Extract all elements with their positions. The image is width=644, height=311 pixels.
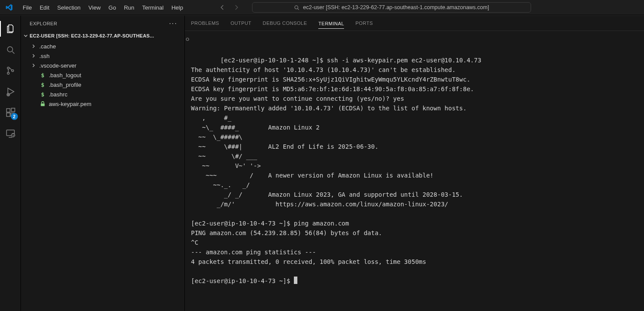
nav-arrows [219,4,240,11]
svg-point-1 [7,47,13,52]
svg-point-3 [7,72,9,75]
shell-file-icon: $ [39,82,46,88]
tab-debug-console[interactable]: DEBUG CONSOLE [263,18,307,28]
tab-ports[interactable]: PORTS [355,18,373,28]
sidebar-title: EXPLORER [30,21,57,26]
activity-source-control[interactable] [0,60,21,81]
svg-rect-6 [7,109,10,112]
svg-point-2 [7,67,9,69]
nav-forward-icon[interactable] [233,4,240,11]
tree-item-label: .cache [39,43,56,50]
activity-run-debug[interactable] [0,81,21,102]
menu-view[interactable]: View [85,3,104,13]
menu-terminal[interactable]: Terminal [139,3,167,13]
shell-file-icon: $ [39,72,46,79]
editor-area: PROBLEMS OUTPUT DEBUG CONSOLE TERMINAL P… [185,16,644,311]
tree-item-label: .vscode-server [39,62,76,69]
shell-file-icon: $ [39,91,46,98]
folder-section-label: EC2-USER [SSH: EC2-13-229-62-77.AP-SOUTH… [30,33,154,38]
activity-search[interactable] [0,39,21,60]
svg-point-4 [11,70,14,72]
chevron-right-icon [31,62,37,68]
chevron-right-icon [31,43,37,49]
sidebar-more-icon[interactable]: ··· [169,20,177,27]
terminal-view[interactable]: [ec2-user@ip-10-10-1-248 ~]$ ssh -i aws-… [185,31,644,311]
command-center-label: ec2-user [SSH: ec2-13-229-62-77.ap-south… [303,4,489,10]
terminal-cursor [294,277,297,284]
tree-item-label: .bash_profile [49,82,81,88]
tab-output[interactable]: OUTPUT [231,18,252,28]
folder-section-header[interactable]: EC2-USER [SSH: EC2-13-229-62-77.AP-SOUTH… [21,31,184,41]
activity-extensions[interactable]: 2 [0,102,21,123]
menu-file[interactable]: File [19,3,35,13]
file-tree: .cache.ssh.vscode-server$.bash_logout$.b… [21,41,184,109]
tree-item[interactable]: .vscode-server [21,61,184,70]
menu-go[interactable]: Go [105,3,119,13]
menu-edit[interactable]: Edit [36,3,53,13]
activity-explorer[interactable] [0,18,21,39]
svg-point-0 [295,6,298,9]
tree-item[interactable]: .ssh [21,51,184,61]
tab-terminal[interactable]: TERMINAL [318,18,344,29]
menu-bar: FileEditSelectionViewGoRunTerminalHelp [19,3,187,13]
panel-tabs: PROBLEMS OUTPUT DEBUG CONSOLE TERMINAL P… [185,16,644,31]
nav-back-icon[interactable] [219,4,226,11]
svg-rect-12 [41,103,45,106]
sidebar-title-row: EXPLORER ··· [21,16,184,31]
activity-remote-explorer[interactable] [0,123,21,144]
explorer-sidebar: EXPLORER ··· EC2-USER [SSH: EC2-13-229-6… [21,16,185,311]
svg-point-13 [186,38,189,41]
tree-item-label: .bash_logout [49,72,81,79]
extensions-badge: 2 [11,113,18,120]
vscode-logo-icon [5,3,13,11]
menu-selection[interactable]: Selection [54,3,84,13]
svg-rect-9 [11,108,15,112]
lock-icon [39,101,46,107]
terminal-text: [ec2-user@ip-10-10-1-248 ~]$ ssh -i aws-… [191,57,481,284]
chevron-right-icon [31,53,37,59]
command-center[interactable]: ec2-user [SSH: ec2-13-229-62-77.ap-south… [252,2,531,13]
tree-item[interactable]: $.bash_profile [21,80,184,89]
menu-run[interactable]: Run [120,3,138,13]
menu-help[interactable]: Help [168,3,187,13]
tree-item[interactable]: $.bashrc [21,89,184,99]
tree-item[interactable]: $.bash_logout [21,70,184,80]
tree-item-label: .ssh [39,53,50,59]
svg-rect-7 [7,113,10,116]
tree-item[interactable]: aws-keypair.pem [21,99,184,109]
tree-item-label: aws-keypair.pem [49,101,92,107]
tree-item-label: .bashrc [49,91,68,98]
tree-item[interactable]: .cache [21,41,184,51]
activity-bar: 2 [0,16,21,311]
title-bar: FileEditSelectionViewGoRunTerminalHelp e… [0,0,644,15]
tab-problems[interactable]: PROBLEMS [191,18,219,28]
terminal-dot-icon [186,38,189,41]
